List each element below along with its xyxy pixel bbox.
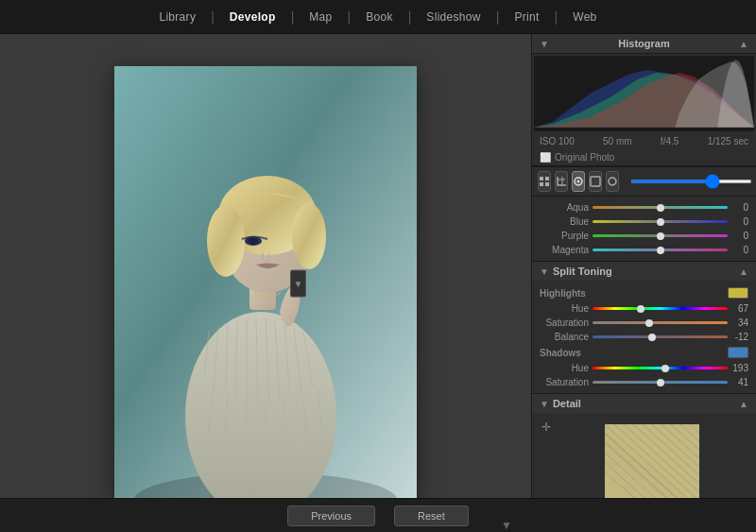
photo-display <box>114 66 417 501</box>
histogram-title: Histogram <box>618 38 669 49</box>
svg-rect-29 <box>540 177 543 180</box>
purple-label: Purple <box>540 231 589 241</box>
purple-thumb[interactable] <box>657 232 664 240</box>
shadows-saturation-thumb[interactable] <box>657 379 664 386</box>
tool-spot-removal[interactable] <box>572 171 585 192</box>
shadows-hue-thumb[interactable] <box>662 365 669 372</box>
svg-point-27 <box>249 237 258 245</box>
histogram-canvas <box>534 56 754 131</box>
main-layout: ▼ ▼ Histogram ▲ <box>0 34 756 532</box>
nav-sep-3: | <box>348 9 352 25</box>
shadows-hue-label: Hue <box>540 363 589 373</box>
blue-thumb[interactable] <box>657 218 664 226</box>
balance-track <box>593 335 728 338</box>
photo-area: ▼ <box>0 34 531 532</box>
tool-grid[interactable] <box>538 171 551 192</box>
bottom-bar: Previous Reset ▼ <box>0 498 756 532</box>
balance-row: Balance -12 <box>532 330 756 344</box>
balance-thumb[interactable] <box>648 334 656 341</box>
nav-develop[interactable]: Develop <box>218 5 287 29</box>
split-toning-content: Highlights Hue 67 Saturation <box>532 281 756 393</box>
magenta-row: Magenta 0 <box>532 243 756 257</box>
aqua-track <box>593 206 728 209</box>
highlights-hue-thumb[interactable] <box>637 305 644 313</box>
shadows-saturation-row: Saturation 41 <box>532 375 756 389</box>
balance-value: -12 <box>731 332 748 342</box>
meta-aperture: f/4.5 <box>661 136 679 146</box>
histogram-section: ▼ Histogram ▲ <box>532 34 756 167</box>
shadows-hue-track <box>593 367 728 369</box>
split-toning-section: ▼ Split Toning ▲ Highlights Hue <box>532 262 756 394</box>
magenta-track <box>593 249 728 251</box>
tool-redeye[interactable] <box>589 171 602 192</box>
shadows-hue-value: 193 <box>731 363 748 373</box>
highlights-label: Highlights <box>540 288 586 299</box>
highlights-hue-label: Hue <box>540 303 589 314</box>
detail-thumbnail <box>605 424 699 509</box>
purple-track <box>593 234 728 237</box>
highlights-saturation-track <box>593 321 728 324</box>
svg-point-34 <box>577 180 580 183</box>
nav-sep-1: | <box>211 9 215 25</box>
original-photo-label: ⬜ Original Photo <box>532 149 756 166</box>
svg-point-36 <box>609 178 616 185</box>
meta-shutter: 1/125 sec <box>708 136 748 146</box>
nav-web[interactable]: Web <box>561 5 608 29</box>
detail-expand-icon: ▲ <box>739 399 748 409</box>
nav-sep-6: | <box>555 9 558 25</box>
meta-iso: ISO 100 <box>540 136 575 146</box>
panel-collapse-button[interactable]: ▼ <box>290 269 306 297</box>
highlights-color-swatch[interactable] <box>728 287 748 299</box>
svg-rect-31 <box>540 182 543 186</box>
split-toning-header[interactable]: ▼ Split Toning ▲ <box>532 262 756 281</box>
split-toning-expand-icon: ▲ <box>739 266 748 277</box>
aqua-row: Aqua 0 <box>532 200 756 215</box>
svg-point-25 <box>292 203 326 269</box>
histogram-expand-icon[interactable]: ▲ <box>739 39 748 49</box>
nav-book[interactable]: Book <box>354 5 404 29</box>
aqua-label: Aqua <box>540 202 589 213</box>
blue-track <box>593 220 728 223</box>
split-toning-header-left: ▼ Split Toning <box>540 266 612 277</box>
detail-nav-icon[interactable]: ✛ <box>541 420 551 434</box>
balance-label: Balance <box>540 332 589 342</box>
right-panel: ▼ Histogram ▲ <box>531 34 756 532</box>
nav-print[interactable]: Print <box>503 5 550 29</box>
previous-button[interactable]: Previous <box>287 506 375 526</box>
nav-sep-5: | <box>496 9 500 25</box>
shadows-color-swatch[interactable] <box>728 347 748 358</box>
svg-rect-32 <box>545 182 549 186</box>
histogram-collapse-icon[interactable]: ▼ <box>540 39 549 49</box>
split-toning-collapse-icon: ▼ <box>540 266 549 277</box>
detail-title: Detail <box>553 398 581 409</box>
highlights-hue-track <box>593 307 728 310</box>
highlights-saturation-thumb[interactable] <box>645 319 653 327</box>
shadows-saturation-label: Saturation <box>540 377 589 387</box>
tool-row <box>532 167 756 197</box>
nav-sep-4: | <box>408 9 412 25</box>
svg-rect-35 <box>591 177 600 186</box>
highlights-saturation-row: Saturation 34 <box>532 316 756 330</box>
nav-library[interactable]: Library <box>147 5 207 29</box>
exposure-slider[interactable] <box>630 180 752 183</box>
nav-map[interactable]: Map <box>298 5 343 29</box>
tool-radial[interactable] <box>606 171 619 192</box>
histogram-header: ▼ Histogram ▲ <box>532 34 756 54</box>
svg-rect-30 <box>545 177 549 180</box>
shadows-label: Shadows <box>540 348 581 358</box>
tool-crop[interactable] <box>555 171 568 192</box>
magenta-label: Magenta <box>540 245 589 255</box>
detail-header[interactable]: ▼ Detail ▲ <box>532 394 756 413</box>
shadows-saturation-track <box>593 381 728 384</box>
nav-slideshow[interactable]: Slideshow <box>415 5 491 29</box>
magenta-thumb[interactable] <box>657 247 664 254</box>
aqua-value: 0 <box>731 202 748 213</box>
blue-row: Blue 0 <box>532 215 756 229</box>
reset-button[interactable]: Reset <box>394 506 469 526</box>
meta-focal: 50 mm <box>603 136 632 146</box>
histogram-chart <box>534 56 754 128</box>
scroll-down-icon[interactable]: ▼ <box>501 519 512 532</box>
aqua-thumb[interactable] <box>657 204 664 212</box>
histogram-meta: ISO 100 50 mm f/4.5 1/125 sec <box>532 133 756 149</box>
highlights-hue-row: Hue 67 <box>532 301 756 316</box>
